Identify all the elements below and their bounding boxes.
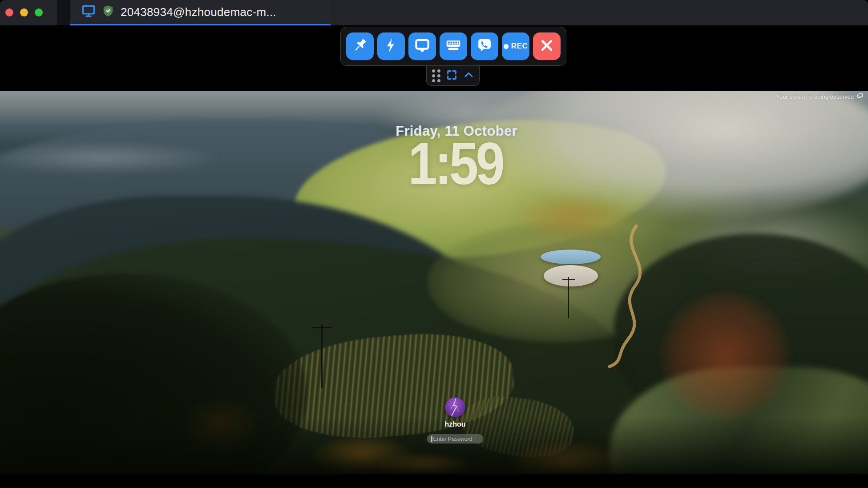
wallpaper-pond: [541, 250, 601, 264]
session-toolbar: REC: [340, 27, 566, 66]
session-tab-title: 20438934@hzhoudemac-m...: [121, 5, 276, 19]
session-tab[interactable]: 20438934@hzhoudemac-m...: [70, 0, 331, 25]
utility-pole: [568, 277, 569, 318]
remote-screen[interactable]: Your screen is being observed Friday, 11…: [0, 91, 868, 474]
wallpaper-valley: [614, 234, 868, 425]
voice-call-button[interactable]: [471, 32, 498, 60]
keyboard-icon: [445, 37, 461, 55]
user-avatar[interactable]: [445, 397, 465, 417]
screen-share-icon: [856, 93, 864, 101]
record-button[interactable]: REC: [502, 32, 529, 60]
wallpaper-fog: [0, 142, 218, 173]
keyboard-button[interactable]: [440, 32, 467, 60]
wallpaper-dark-forest: [0, 274, 307, 474]
wallpaper-cloud: [467, 91, 868, 220]
text-caret: [432, 436, 432, 442]
monitor-icon: [81, 4, 96, 20]
lightning-icon: [383, 37, 399, 55]
lock-screen-username: hzhou: [444, 420, 465, 428]
toolbar-handle: [426, 66, 480, 86]
monitor-icon: [414, 37, 430, 55]
wallpaper-shadow: [0, 416, 868, 474]
wallpaper-forest: [0, 238, 641, 456]
fullscreen-icon[interactable]: [446, 69, 457, 82]
utility-pole-crossarm: [562, 279, 575, 280]
close-icon: [539, 37, 555, 55]
pin-icon: [352, 37, 368, 55]
zoom-window-button[interactable]: [35, 8, 43, 16]
tab-divider: [57, 0, 70, 25]
lens-flare: [658, 292, 792, 419]
utility-pole: [321, 324, 323, 388]
lock-screen-time: 1:59: [408, 129, 502, 198]
drag-dots-icon[interactable]: [432, 69, 440, 82]
record-label: REC: [511, 42, 528, 51]
pin-toolbar-button[interactable]: [346, 32, 374, 60]
client-area: REC: [0, 25, 868, 488]
wallpaper-autumn-patch: [512, 191, 632, 242]
chevron-up-icon[interactable]: [463, 69, 474, 82]
wallpaper-vineyard-rows: [459, 391, 577, 464]
wallpaper-autumn-trees: [182, 398, 258, 456]
screen-observed-text: Your screen is being observed: [776, 93, 854, 100]
password-input[interactable]: [427, 434, 484, 444]
wallpaper-vineyard-rows: [270, 326, 518, 446]
actions-button[interactable]: [377, 32, 405, 60]
wallpaper-forest-ridge: [0, 196, 516, 432]
close-session-button[interactable]: [533, 32, 561, 60]
password-field[interactable]: [427, 434, 484, 444]
wallpaper-autumn-trees: [311, 436, 414, 474]
wallpaper-fog: [667, 198, 868, 291]
wallpaper-pond: [544, 265, 598, 286]
record-dot-icon: REC: [504, 42, 528, 51]
chat-phone-icon: [476, 37, 493, 55]
secure-shield-icon: [101, 4, 115, 20]
window-titlebar: 20438934@hzhoudemac-m...: [0, 0, 868, 25]
close-window-button[interactable]: [5, 8, 13, 16]
wallpaper-autumn-trees: [376, 454, 469, 474]
remote-desktop-window: 20438934@hzhoudemac-m... REC: [0, 0, 868, 488]
wallpaper-autumn-trees: [507, 443, 627, 474]
traffic-lights: [5, 8, 43, 16]
wallpaper-hills: [610, 367, 868, 474]
utility-pole-crossarm: [312, 327, 332, 328]
screen-observed-notice: Your screen is being observed: [776, 93, 864, 101]
minimize-window-button[interactable]: [20, 8, 28, 16]
wallpaper-meadow: [427, 222, 685, 343]
display-button[interactable]: [408, 32, 436, 60]
wallpaper-dirt-road: [592, 222, 667, 369]
